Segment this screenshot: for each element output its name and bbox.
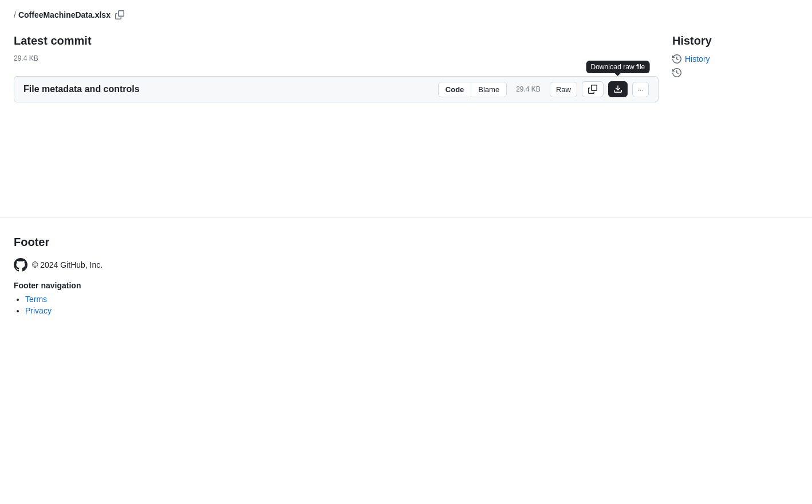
history-link-label: History — [685, 54, 710, 64]
footer-brand: © 2024 GitHub, Inc. — [14, 258, 798, 272]
footer-copyright: © 2024 GitHub, Inc. — [32, 260, 103, 269]
copy-raw-icon — [588, 85, 597, 94]
footer-nav-item-terms: Terms — [25, 295, 798, 304]
footer: Footer © 2024 GitHub, Inc. Footer naviga… — [0, 217, 812, 327]
file-controls-right: Code Blame 29.4 KB Raw Download raw file — [438, 81, 649, 97]
latest-commit-title: Latest commit — [14, 34, 659, 47]
file-area: Latest commit 29.4 KB File metadata and … — [14, 25, 659, 102]
download-button[interactable] — [608, 81, 628, 97]
footer-heading: Footer — [14, 236, 798, 249]
tab-blame[interactable]: Blame — [471, 82, 506, 97]
history-clock-link[interactable] — [672, 68, 798, 77]
download-icon — [613, 85, 622, 94]
history-clock-icon — [672, 54, 681, 64]
tab-code[interactable]: Code — [439, 82, 472, 97]
breadcrumb-filename: CoffeeMachineData.xlsx — [18, 10, 111, 19]
breadcrumb: / CoffeeMachineData.xlsx — [0, 0, 812, 25]
github-logo — [14, 258, 27, 272]
history-sidebar: History History — [672, 25, 798, 102]
download-wrapper: Download raw file — [608, 81, 628, 97]
breadcrumb-separator: / — [14, 10, 16, 19]
latest-commit-section: Latest commit 29.4 KB — [14, 25, 659, 67]
file-controls-bar: File metadata and controls Code Blame 29… — [14, 76, 659, 102]
more-options-button[interactable]: ··· — [632, 82, 649, 97]
copy-path-button[interactable] — [113, 9, 127, 21]
main-content: Latest commit 29.4 KB File metadata and … — [0, 25, 812, 102]
copy-raw-button[interactable] — [582, 81, 604, 97]
copy-icon — [115, 10, 124, 19]
history-link[interactable]: History — [672, 54, 798, 64]
raw-button[interactable]: Raw — [550, 82, 577, 97]
history-sidebar-title: History — [672, 34, 798, 47]
footer-nav-heading: Footer navigation — [14, 281, 798, 290]
file-size-badge: 29.4 KB — [511, 85, 545, 93]
tab-group: Code Blame — [438, 82, 507, 97]
history-clock-icon-2 — [672, 68, 681, 77]
file-size: 29.4 KB — [14, 54, 659, 62]
footer-privacy-link[interactable]: Privacy — [25, 306, 52, 315]
file-controls-title: File metadata and controls — [23, 84, 140, 94]
footer-nav-item-privacy: Privacy — [25, 306, 798, 315]
footer-nav-list: Terms Privacy — [14, 295, 798, 315]
footer-terms-link[interactable]: Terms — [25, 295, 47, 304]
